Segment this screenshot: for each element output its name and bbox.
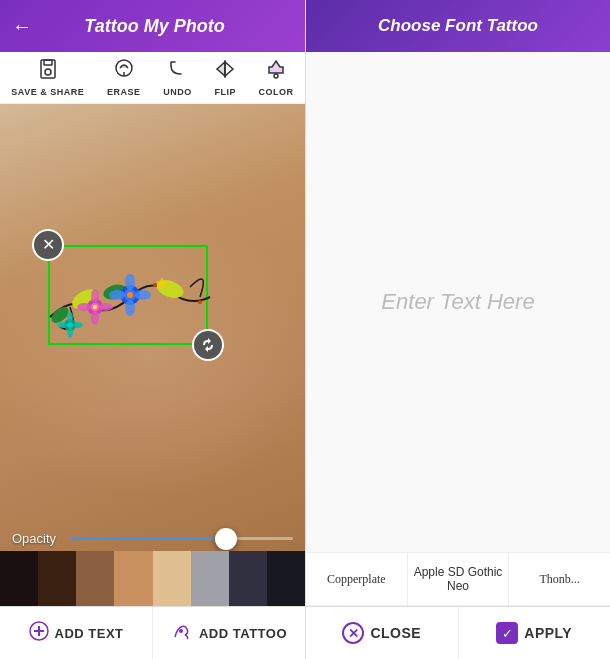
color-swatch-6[interactable] (191, 551, 229, 606)
add-text-label: ADD TEXT (55, 626, 124, 641)
tattoo-selection-box[interactable]: ✕ (48, 245, 208, 345)
erase-label: ERASE (107, 87, 141, 97)
photo-background: ✕ (0, 104, 305, 606)
svg-point-15 (125, 300, 135, 316)
apply-button[interactable]: ✓ APPLY (459, 607, 611, 659)
color-icon (266, 58, 286, 85)
erase-icon (114, 58, 134, 85)
toolbar-flip[interactable]: FLIP (214, 58, 236, 97)
color-swatch-5[interactable] (153, 551, 191, 606)
svg-point-29 (57, 322, 67, 328)
text-input-area[interactable]: Enter Text Here (306, 52, 610, 552)
svg-marker-5 (269, 61, 283, 73)
color-swatch-3[interactable] (76, 551, 114, 606)
svg-point-36 (179, 629, 183, 633)
add-tattoo-button[interactable]: ADD TATTOO (153, 607, 305, 659)
add-tattoo-label: ADD TATTOO (199, 626, 287, 641)
font-option-apple-gothic[interactable]: Apple SD Gothic Neo (408, 553, 510, 605)
left-bottom-bar: ADD TEXT ADD TATTOO (0, 606, 305, 659)
add-tattoo-icon (171, 621, 193, 646)
svg-point-13 (127, 292, 133, 298)
add-text-button[interactable]: ADD TEXT (0, 607, 153, 659)
right-bottom-bar: ✕ CLOSE ✓ APPLY (306, 606, 610, 659)
save-share-icon (38, 58, 58, 85)
svg-point-20 (93, 305, 97, 309)
svg-point-26 (67, 322, 73, 328)
toolbar-erase[interactable]: ERASE (107, 58, 141, 97)
svg-point-22 (91, 311, 99, 325)
svg-rect-1 (44, 60, 52, 65)
font-selector-row: Copperplate Apple SD Gothic Neo Thonb... (306, 552, 610, 606)
tattoo-rotate-button[interactable] (192, 329, 224, 361)
back-button[interactable]: ← (12, 15, 32, 38)
left-panel-title: Tattoo My Photo (44, 16, 265, 37)
tattoo-image (50, 247, 206, 343)
left-panel: ← Tattoo My Photo SAVE & SHARE (0, 0, 305, 659)
color-swatch-7[interactable] (229, 551, 267, 606)
svg-point-32 (198, 300, 202, 304)
opacity-track[interactable] (70, 537, 293, 540)
svg-point-23 (77, 303, 91, 311)
text-placeholder: Enter Text Here (381, 289, 534, 315)
svg-point-30 (73, 322, 83, 328)
font-option-thonburi[interactable]: Thonb... (509, 553, 610, 605)
opacity-fill (70, 537, 226, 540)
color-swatches (0, 551, 305, 606)
flip-icon (215, 58, 235, 85)
apply-label: APPLY (524, 625, 572, 641)
save-share-label: SAVE & SHARE (11, 87, 84, 97)
right-header: Choose Font Tattoo (306, 0, 610, 52)
font-option-copperplate[interactable]: Copperplate (306, 553, 408, 605)
color-swatch-4[interactable] (114, 551, 152, 606)
toolbar-undo[interactable]: UNDO (163, 58, 192, 97)
toolbar-color[interactable]: COLOR (259, 58, 294, 97)
svg-point-21 (91, 289, 99, 303)
color-label: COLOR (259, 87, 294, 97)
svg-point-28 (67, 328, 73, 338)
photo-area: ✕ (0, 104, 305, 606)
svg-point-31 (153, 283, 157, 287)
add-text-icon (29, 621, 49, 646)
svg-point-6 (274, 74, 278, 78)
undo-label: UNDO (163, 87, 192, 97)
color-swatch-8[interactable] (267, 551, 305, 606)
opacity-bar: Opacity (0, 531, 305, 546)
svg-point-27 (67, 312, 73, 322)
color-swatch-2[interactable] (38, 551, 76, 606)
toolbar-save-share[interactable]: SAVE & SHARE (11, 58, 84, 97)
flip-label: FLIP (214, 87, 236, 97)
left-header: ← Tattoo My Photo (0, 0, 305, 52)
close-icon: ✕ (342, 622, 364, 644)
svg-point-17 (135, 290, 151, 300)
opacity-thumb[interactable] (215, 528, 237, 550)
close-label: CLOSE (370, 625, 421, 641)
right-panel: Choose Font Tattoo Enter Text Here Coppe… (305, 0, 610, 659)
svg-point-14 (125, 274, 135, 290)
toolbar: SAVE & SHARE ERASE UNDO (0, 52, 305, 104)
undo-icon (167, 58, 187, 85)
color-swatch-1[interactable] (0, 551, 38, 606)
right-panel-title: Choose Font Tattoo (378, 16, 538, 36)
opacity-label: Opacity (12, 531, 62, 546)
svg-point-16 (109, 290, 125, 300)
svg-point-2 (45, 69, 51, 75)
close-button[interactable]: ✕ CLOSE (306, 607, 459, 659)
apply-icon: ✓ (496, 622, 518, 644)
svg-point-24 (99, 303, 113, 311)
